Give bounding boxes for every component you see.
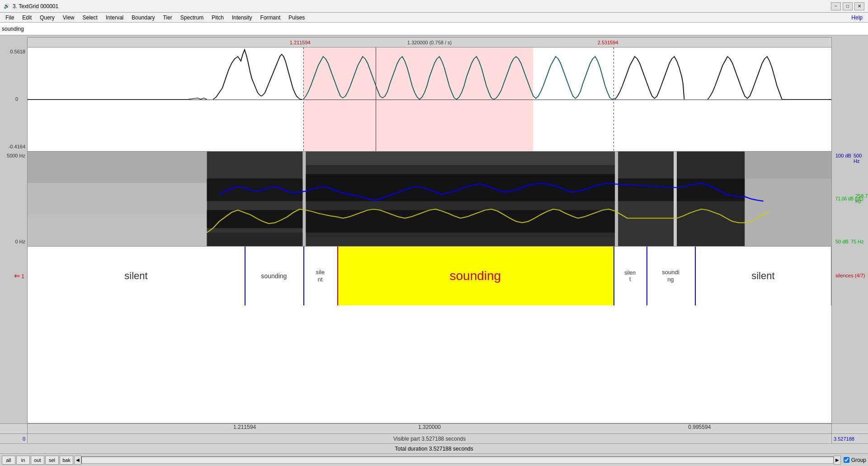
titlebar-controls: − □ ✕ xyxy=(831,2,864,10)
menu-intensity[interactable]: Intensity xyxy=(228,14,256,22)
out-button[interactable]: out xyxy=(31,456,44,465)
bak-button[interactable]: bak xyxy=(60,456,73,465)
left-labels: 0.5618 0 -0.4164 5000 Hz 0 Hz ⇐ 1 xyxy=(0,47,27,423)
visible-time-right: 3.527188 xyxy=(834,436,854,442)
group-label: Group xyxy=(851,457,866,463)
interval-sounding-selected[interactable]: sounding xyxy=(337,247,614,305)
all-button[interactable]: all xyxy=(2,456,15,465)
interval-label-silent1: silent xyxy=(124,270,147,282)
menu-pulses[interactable]: Pulses xyxy=(285,14,308,22)
svg-rect-4 xyxy=(28,183,207,215)
interval-silent3[interactable]: silent xyxy=(613,247,646,305)
textgrid-section[interactable]: silent sounding silent sounding silent xyxy=(28,247,831,305)
menu-query[interactable]: Query xyxy=(36,14,58,22)
sel-button[interactable]: sel xyxy=(45,456,59,465)
bottom-time-center: 1.320000 xyxy=(418,424,441,430)
svg-rect-15 xyxy=(306,237,615,246)
in-button[interactable]: in xyxy=(16,456,30,465)
group-checkbox-container: Group xyxy=(844,457,866,463)
svg-rect-18 xyxy=(618,179,674,201)
amp-label-bot: -0.4164 xyxy=(9,144,25,149)
interval-silent4[interactable]: silent xyxy=(695,247,831,305)
interval-label-silent3: silent xyxy=(624,270,636,283)
time-left-marker: 1.211594 xyxy=(290,40,311,45)
svg-rect-13 xyxy=(306,174,615,201)
svg-rect-8 xyxy=(207,210,303,228)
window-icon: 🔊 xyxy=(4,3,10,9)
interval-label-sounding2: sounding xyxy=(662,269,679,283)
menu-view[interactable]: View xyxy=(59,14,78,22)
search-input[interactable] xyxy=(2,26,137,32)
menu-spectrum[interactable]: Spectrum xyxy=(177,14,207,22)
visible-time-left: 0 xyxy=(23,436,25,442)
time-right-marker: 2.531594 xyxy=(598,40,618,45)
main-area: 1.211594 1.320000 (0.758 / s) 2.531594 0… xyxy=(0,35,868,466)
interval-silent1[interactable]: silent xyxy=(28,247,245,305)
svg-rect-19 xyxy=(674,152,677,246)
svg-rect-7 xyxy=(207,179,303,201)
interval-silent2[interactable]: silent xyxy=(303,247,337,305)
interval-label-sounding1: sounding xyxy=(261,272,287,280)
interval-label-silent2: silent xyxy=(316,269,325,283)
right-labels: 100 dB 500 Hz 71.06 dB (μE) 258.7 Hz 50 … xyxy=(832,47,868,423)
hz-bot-label: 75 Hz xyxy=(851,239,864,244)
interval-sounding2[interactable]: sounding xyxy=(646,247,695,305)
svg-rect-10 xyxy=(303,152,306,246)
interval-label-silent4: silent xyxy=(751,270,774,282)
maximize-button[interactable]: □ xyxy=(843,2,853,10)
minimize-button[interactable]: − xyxy=(831,2,841,10)
svg-rect-5 xyxy=(28,214,207,246)
svg-rect-16 xyxy=(615,152,618,246)
tier-right-label: silences (4/7) xyxy=(835,272,865,279)
interval-label-sounding-selected: sounding xyxy=(450,269,501,283)
total-duration-text: Total duration 3.527188 seconds xyxy=(395,446,473,452)
scroll-right-arrow[interactable]: ▶ xyxy=(834,456,841,465)
spectrogram-section[interactable] xyxy=(28,152,831,247)
amp-label-top: 0.5618 xyxy=(10,49,25,54)
titlebar: 🔊 3. TextGrid 000001 − □ ✕ xyxy=(0,0,868,13)
db-top-label: 100 dB xyxy=(835,153,851,158)
menu-tier[interactable]: Tier xyxy=(160,14,176,22)
total-duration-bar: Total duration 3.527188 seconds xyxy=(0,443,868,453)
tier-number: ⇐ 1 xyxy=(14,271,24,280)
menu-file[interactable]: File xyxy=(2,14,18,22)
status-bars: 0 Visible part 3.527188 seconds 3.527188… xyxy=(0,433,868,453)
menubar-left: File Edit Query View Select Interval Bou… xyxy=(2,14,308,22)
menu-edit[interactable]: Edit xyxy=(19,14,35,22)
menubar: File Edit Query View Select Interval Bou… xyxy=(0,13,868,23)
titlebar-title: 3. TextGrid 000001 xyxy=(13,3,58,10)
freq-label-top: 5000 Hz xyxy=(7,153,25,158)
bottom-bar: all in out sel bak ◀ ▶ Group xyxy=(0,453,868,466)
db-bot-label: 50 dB xyxy=(835,239,849,244)
interval-sounding1[interactable]: sounding xyxy=(245,247,303,305)
menu-interval[interactable]: Interval xyxy=(102,14,127,22)
freq-label-bot: 0 Hz xyxy=(15,239,25,244)
bottom-time-right: 0.995594 xyxy=(688,424,711,430)
close-button[interactable]: ✕ xyxy=(854,2,864,10)
time-center-marker: 1.320000 (0.758 / s) xyxy=(407,40,452,45)
group-checkbox-input[interactable] xyxy=(844,457,849,463)
waveform-svg xyxy=(28,48,831,151)
svg-rect-3 xyxy=(28,152,207,183)
scrollbar[interactable] xyxy=(81,456,834,464)
visible-part-text: Visible part 3.527188 seconds xyxy=(393,436,466,442)
spectrogram-svg xyxy=(28,152,831,246)
menu-select[interactable]: Select xyxy=(79,14,101,22)
svg-rect-9 xyxy=(207,233,303,246)
scroll-left-arrow[interactable]: ◀ xyxy=(74,456,81,465)
help-link[interactable]: Help xyxy=(851,14,866,21)
menu-formant[interactable]: Formant xyxy=(257,14,284,22)
titlebar-left: 🔊 3. TextGrid 000001 xyxy=(4,3,58,10)
menu-boundary[interactable]: Boundary xyxy=(128,14,158,22)
time-ruler: 1.211594 1.320000 (0.758 / s) 2.531594 xyxy=(27,37,832,47)
hz-top-label: 500 Hz xyxy=(854,153,868,164)
bottom-times: 1.211594 1.320000 0.995594 xyxy=(0,423,868,433)
center-viz[interactable]: silent sounding silent sounding silent xyxy=(27,47,832,423)
hz-mid-label: 258.7 Hz xyxy=(855,193,868,204)
svg-rect-21 xyxy=(677,179,745,201)
searchbar xyxy=(0,23,868,35)
menu-pitch[interactable]: Pitch xyxy=(208,14,227,22)
waveform-section[interactable] xyxy=(28,48,831,152)
svg-rect-12 xyxy=(306,152,615,165)
amp-label-zero: 0 xyxy=(15,96,18,102)
